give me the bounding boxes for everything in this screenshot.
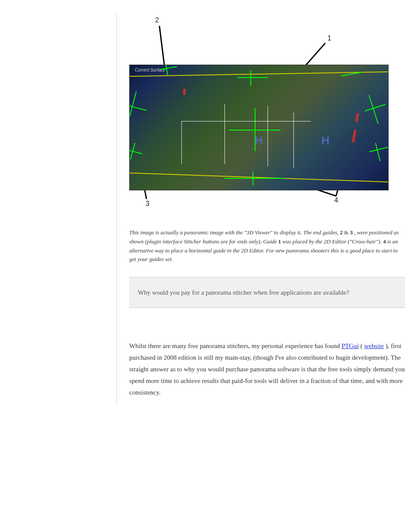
caption-num-1: 1: [278, 238, 281, 245]
body-p1-end: ), first purchased in 2008 edition is st…: [129, 342, 405, 396]
pressure-h-1: H: [255, 134, 263, 147]
label-2: 2: [155, 16, 159, 24]
figure-map: 2 1 3 4 Current Surface: [129, 13, 405, 211]
body-p1-mid: (: [360, 342, 362, 349]
body-p1-pre: Whilst there are many free panorama stit…: [129, 342, 342, 349]
section-heading-bar: Why would you pay for a panorama stitche…: [129, 277, 405, 308]
label-3: 3: [146, 200, 149, 208]
map-image: Current Surface: [129, 65, 389, 190]
section-heading-text: Why would you pay for a panorama stitche…: [138, 288, 349, 297]
caption-lead: This image is actually a panoramic image…: [129, 229, 339, 236]
caption-mid2: was placed by the 2D Editor ("Cross-hair…: [283, 238, 383, 245]
caption-num-3: 3: [350, 229, 353, 236]
guide-left-v: [129, 91, 137, 125]
link-website[interactable]: website: [364, 342, 384, 349]
guide-lr-v: [375, 143, 381, 161]
label-1: 1: [327, 34, 331, 42]
link-ptgui[interactable]: PTGui: [342, 342, 359, 349]
body-paragraph: Whilst there are many free panorama stit…: [129, 325, 405, 398]
guide-bottom-v: [252, 172, 253, 186]
caption-num-4: 4: [383, 238, 386, 245]
sidebar-divider: [116, 13, 117, 405]
guide-r-h: [365, 104, 386, 111]
pressure-h-2: H: [321, 134, 330, 147]
red-mark-2: [352, 130, 356, 143]
guide-top-v: [250, 70, 251, 86]
label-4: 4: [334, 196, 338, 204]
figure-caption: This image is actually a panoramic image…: [129, 228, 405, 264]
red-mark-1: [355, 113, 359, 122]
guide-bottom-h: [224, 178, 285, 179]
guide-ul-v: [165, 65, 168, 75]
main-content: 2 1 3 4 Current Surface: [129, 0, 405, 398]
red-mark-3: [183, 89, 186, 95]
guide-top-h: [237, 77, 268, 78]
caption-num-2: 2: [340, 229, 343, 236]
guide-lr-h: [369, 147, 388, 152]
map-title: Current Surface: [135, 68, 165, 72]
